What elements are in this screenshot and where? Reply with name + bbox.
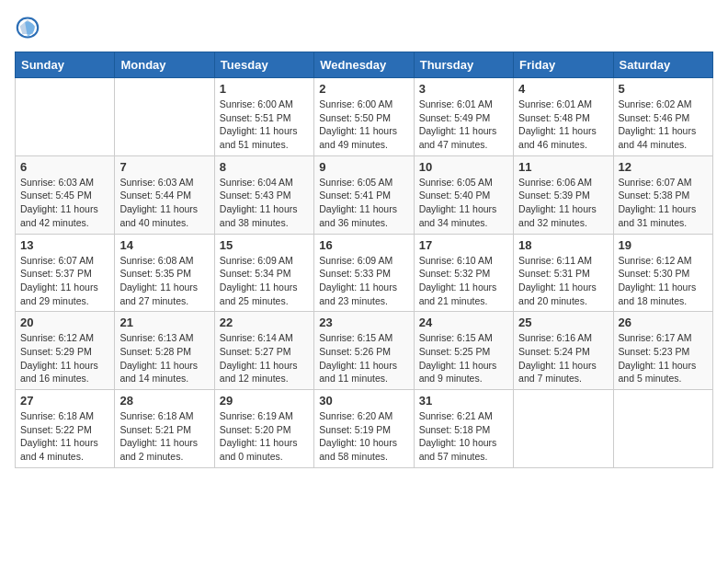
calendar-week-row: 20Sunrise: 6:12 AM Sunset: 5:29 PM Dayli… bbox=[16, 312, 713, 390]
calendar-cell: 4Sunrise: 6:01 AM Sunset: 5:48 PM Daylig… bbox=[514, 78, 613, 156]
day-detail: Sunrise: 6:05 AM Sunset: 5:41 PM Dayligh… bbox=[319, 176, 408, 230]
day-detail: Sunrise: 6:01 AM Sunset: 5:49 PM Dayligh… bbox=[419, 98, 508, 152]
day-number: 6 bbox=[20, 160, 109, 174]
calendar-cell: 13Sunrise: 6:07 AM Sunset: 5:37 PM Dayli… bbox=[16, 234, 115, 312]
calendar-cell: 10Sunrise: 6:05 AM Sunset: 5:40 PM Dayli… bbox=[414, 155, 513, 234]
day-number: 13 bbox=[20, 238, 109, 252]
day-number: 2 bbox=[319, 82, 408, 96]
calendar-cell: 15Sunrise: 6:09 AM Sunset: 5:34 PM Dayli… bbox=[214, 234, 313, 312]
day-number: 4 bbox=[518, 82, 608, 96]
calendar-table: SundayMondayTuesdayWednesdayThursdayFrid… bbox=[15, 52, 713, 468]
day-detail: Sunrise: 6:20 AM Sunset: 5:19 PM Dayligh… bbox=[319, 409, 408, 464]
day-number: 11 bbox=[518, 160, 608, 174]
day-number: 8 bbox=[220, 160, 309, 174]
calendar-cell: 7Sunrise: 6:03 AM Sunset: 5:44 PM Daylig… bbox=[115, 155, 214, 234]
calendar-cell: 16Sunrise: 6:09 AM Sunset: 5:33 PM Dayli… bbox=[314, 234, 414, 312]
day-number: 7 bbox=[119, 160, 209, 174]
calendar-body: 1Sunrise: 6:00 AM Sunset: 5:51 PM Daylig… bbox=[16, 78, 713, 468]
calendar-week-row: 13Sunrise: 6:07 AM Sunset: 5:37 PM Dayli… bbox=[16, 234, 713, 312]
day-number: 15 bbox=[220, 238, 309, 252]
calendar-cell: 17Sunrise: 6:10 AM Sunset: 5:32 PM Dayli… bbox=[414, 234, 513, 312]
day-detail: Sunrise: 6:00 AM Sunset: 5:50 PM Dayligh… bbox=[319, 98, 408, 152]
calendar-cell: 8Sunrise: 6:04 AM Sunset: 5:43 PM Daylig… bbox=[214, 155, 313, 234]
calendar-cell: 11Sunrise: 6:06 AM Sunset: 5:39 PM Dayli… bbox=[514, 155, 613, 234]
day-number: 14 bbox=[119, 238, 209, 252]
calendar-header-row: SundayMondayTuesdayWednesdayThursdayFrid… bbox=[16, 52, 713, 78]
day-number: 18 bbox=[518, 238, 608, 252]
day-detail: Sunrise: 6:18 AM Sunset: 5:21 PM Dayligh… bbox=[119, 409, 209, 464]
day-number: 22 bbox=[220, 316, 309, 329]
day-detail: Sunrise: 6:09 AM Sunset: 5:34 PM Dayligh… bbox=[220, 254, 309, 308]
day-detail: Sunrise: 6:09 AM Sunset: 5:33 PM Dayligh… bbox=[319, 254, 408, 308]
logo-icon bbox=[15, 15, 40, 40]
day-number: 19 bbox=[619, 238, 708, 252]
day-detail: Sunrise: 6:15 AM Sunset: 5:26 PM Dayligh… bbox=[319, 331, 408, 385]
day-number: 3 bbox=[419, 82, 508, 96]
calendar-cell: 28Sunrise: 6:18 AM Sunset: 5:21 PM Dayli… bbox=[115, 390, 214, 468]
calendar-cell: 23Sunrise: 6:15 AM Sunset: 5:26 PM Dayli… bbox=[314, 312, 414, 390]
calendar-cell bbox=[16, 78, 115, 156]
day-number: 27 bbox=[20, 394, 109, 408]
day-number: 23 bbox=[319, 316, 408, 329]
calendar-week-row: 27Sunrise: 6:18 AM Sunset: 5:22 PM Dayli… bbox=[16, 390, 713, 468]
calendar-cell: 24Sunrise: 6:15 AM Sunset: 5:25 PM Dayli… bbox=[414, 312, 513, 390]
calendar-cell bbox=[514, 390, 613, 468]
weekday-header: Friday bbox=[514, 52, 613, 78]
day-detail: Sunrise: 6:02 AM Sunset: 5:46 PM Dayligh… bbox=[619, 98, 708, 152]
day-number: 28 bbox=[119, 394, 209, 408]
calendar-cell: 14Sunrise: 6:08 AM Sunset: 5:35 PM Dayli… bbox=[115, 234, 214, 312]
calendar-cell: 12Sunrise: 6:07 AM Sunset: 5:38 PM Dayli… bbox=[613, 155, 712, 234]
calendar-cell: 20Sunrise: 6:12 AM Sunset: 5:29 PM Dayli… bbox=[16, 312, 115, 390]
day-number: 12 bbox=[619, 160, 708, 174]
weekday-header: Tuesday bbox=[214, 52, 313, 78]
calendar-cell: 5Sunrise: 6:02 AM Sunset: 5:46 PM Daylig… bbox=[613, 78, 712, 156]
day-detail: Sunrise: 6:07 AM Sunset: 5:37 PM Dayligh… bbox=[20, 254, 109, 308]
page-header bbox=[15, 15, 713, 40]
day-detail: Sunrise: 6:17 AM Sunset: 5:23 PM Dayligh… bbox=[619, 331, 708, 385]
day-number: 9 bbox=[319, 160, 408, 174]
calendar-cell: 1Sunrise: 6:00 AM Sunset: 5:51 PM Daylig… bbox=[214, 78, 313, 156]
day-detail: Sunrise: 6:08 AM Sunset: 5:35 PM Dayligh… bbox=[119, 254, 209, 308]
logo bbox=[15, 15, 44, 40]
day-detail: Sunrise: 6:19 AM Sunset: 5:20 PM Dayligh… bbox=[220, 409, 309, 464]
day-number: 25 bbox=[518, 316, 608, 329]
day-detail: Sunrise: 6:12 AM Sunset: 5:29 PM Dayligh… bbox=[20, 331, 109, 385]
day-detail: Sunrise: 6:16 AM Sunset: 5:24 PM Dayligh… bbox=[518, 331, 608, 385]
calendar-cell: 6Sunrise: 6:03 AM Sunset: 5:45 PM Daylig… bbox=[16, 155, 115, 234]
calendar-cell: 30Sunrise: 6:20 AM Sunset: 5:19 PM Dayli… bbox=[314, 390, 414, 468]
day-detail: Sunrise: 6:12 AM Sunset: 5:30 PM Dayligh… bbox=[619, 254, 708, 308]
calendar-cell: 22Sunrise: 6:14 AM Sunset: 5:27 PM Dayli… bbox=[214, 312, 313, 390]
calendar-cell: 21Sunrise: 6:13 AM Sunset: 5:28 PM Dayli… bbox=[115, 312, 214, 390]
day-detail: Sunrise: 6:03 AM Sunset: 5:45 PM Dayligh… bbox=[20, 176, 109, 230]
weekday-header: Monday bbox=[115, 52, 214, 78]
day-number: 21 bbox=[119, 316, 209, 329]
weekday-header: Wednesday bbox=[314, 52, 414, 78]
day-number: 10 bbox=[419, 160, 508, 174]
calendar-cell: 9Sunrise: 6:05 AM Sunset: 5:41 PM Daylig… bbox=[314, 155, 414, 234]
day-detail: Sunrise: 6:11 AM Sunset: 5:31 PM Dayligh… bbox=[518, 254, 608, 308]
day-number: 20 bbox=[20, 316, 109, 329]
calendar-cell: 18Sunrise: 6:11 AM Sunset: 5:31 PM Dayli… bbox=[514, 234, 613, 312]
calendar-cell: 26Sunrise: 6:17 AM Sunset: 5:23 PM Dayli… bbox=[613, 312, 712, 390]
day-number: 1 bbox=[220, 82, 309, 96]
day-detail: Sunrise: 6:05 AM Sunset: 5:40 PM Dayligh… bbox=[419, 176, 508, 230]
calendar-cell: 31Sunrise: 6:21 AM Sunset: 5:18 PM Dayli… bbox=[414, 390, 513, 468]
day-number: 26 bbox=[619, 316, 708, 329]
day-number: 24 bbox=[419, 316, 508, 329]
day-detail: Sunrise: 6:15 AM Sunset: 5:25 PM Dayligh… bbox=[419, 331, 508, 385]
day-detail: Sunrise: 6:04 AM Sunset: 5:43 PM Dayligh… bbox=[220, 176, 309, 230]
day-detail: Sunrise: 6:07 AM Sunset: 5:38 PM Dayligh… bbox=[619, 176, 708, 230]
day-detail: Sunrise: 6:14 AM Sunset: 5:27 PM Dayligh… bbox=[220, 331, 309, 385]
day-number: 30 bbox=[319, 394, 408, 408]
day-detail: Sunrise: 6:10 AM Sunset: 5:32 PM Dayligh… bbox=[419, 254, 508, 308]
calendar-cell: 2Sunrise: 6:00 AM Sunset: 5:50 PM Daylig… bbox=[314, 78, 414, 156]
day-number: 16 bbox=[319, 238, 408, 252]
calendar-week-row: 6Sunrise: 6:03 AM Sunset: 5:45 PM Daylig… bbox=[16, 155, 713, 234]
day-number: 17 bbox=[419, 238, 508, 252]
weekday-header: Saturday bbox=[613, 52, 712, 78]
calendar-cell bbox=[613, 390, 712, 468]
day-number: 29 bbox=[220, 394, 309, 408]
day-detail: Sunrise: 6:13 AM Sunset: 5:28 PM Dayligh… bbox=[119, 331, 209, 385]
day-detail: Sunrise: 6:18 AM Sunset: 5:22 PM Dayligh… bbox=[20, 409, 109, 464]
calendar-week-row: 1Sunrise: 6:00 AM Sunset: 5:51 PM Daylig… bbox=[16, 78, 713, 156]
